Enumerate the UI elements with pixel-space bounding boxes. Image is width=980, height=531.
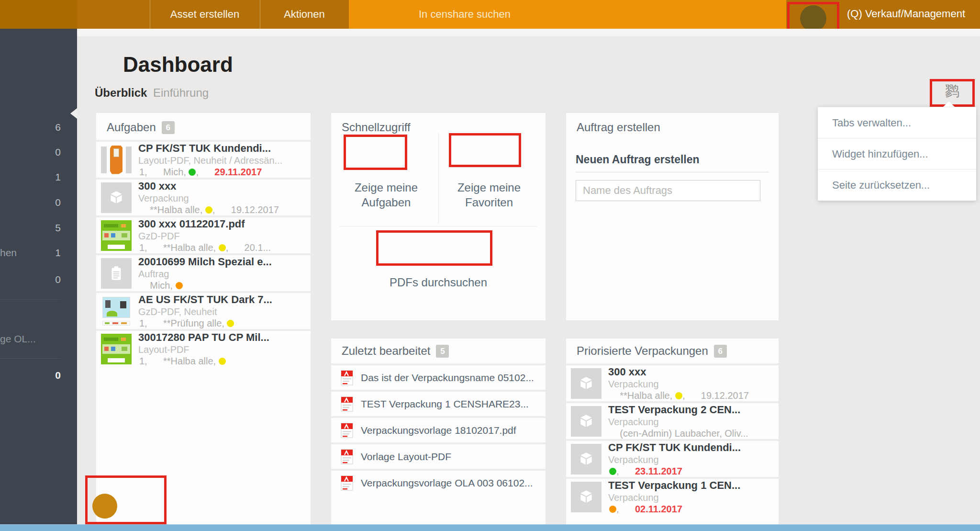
aktionen-menu[interactable]: Aktionen — [260, 0, 349, 29]
recent-item[interactable]: Verpackungsvorlage 18102017.pdf — [331, 416, 546, 442]
package-item[interactable]: TEST Verpackung 2 CEN... Verpackung (cen… — [566, 401, 779, 439]
sidebar-count-bold[interactable]: 0 — [55, 370, 61, 381]
task-item[interactable]: 300 xxx 01122017.pdf GzD-PDF 1, **Halba … — [96, 215, 311, 253]
item-title: 30017280 PAP TU CP Mil... — [138, 331, 269, 344]
item-title: CP FK/ST TUK Kundendi... — [138, 142, 282, 155]
sidebar-item-label[interactable]: hen — [0, 247, 17, 259]
tab-ueberblick[interactable]: Überblick — [95, 86, 147, 100]
task-item[interactable]: 20010699 Milch Spezial e... Auftrag Mich… — [96, 253, 311, 291]
package-item[interactable]: CP FK/ST TUK Kundendi... Verpackung , 23… — [566, 439, 779, 477]
zuletzt-bearbeitet-widget: Zuletzt bearbeitet5 Das ist der Verpacku… — [331, 339, 546, 524]
sidebar-count[interactable]: 0 — [55, 274, 61, 285]
task-item[interactable]: CP FK/ST TUK Kundendi... Layout-PDF, Neu… — [96, 140, 311, 178]
page-title: Dashboard — [123, 53, 233, 77]
widget-title: Aufgaben — [107, 121, 156, 134]
due-date: 19.12.2017 — [701, 390, 749, 401]
pdf-icon — [341, 423, 353, 438]
status-dot-icon — [609, 468, 616, 475]
sidebar-count[interactable]: 0 — [55, 197, 61, 208]
recent-item[interactable]: Vorlage Layout-PDF — [331, 442, 546, 469]
menu-item-seite-zuruecksetzen[interactable]: Seite zurücksetzen... — [818, 169, 976, 200]
tab-einfuehrung[interactable]: Einführung — [153, 86, 209, 100]
due-date: 02.11.2017 — [635, 504, 682, 514]
item-subtitle: Verpackung — [608, 454, 741, 465]
sidebar-count[interactable]: 5 — [55, 222, 61, 234]
item-meta: **Halba alle, , 19.12.2017 — [138, 204, 279, 215]
item-meta: (cen-Admin) Laubacher, Oliv... — [608, 428, 748, 439]
task-item[interactable]: 300 xxx Verpackung **Halba alle, , 19.12… — [96, 178, 311, 215]
neuen-auftrag-heading: Neuen Auftrag erstellen — [576, 153, 769, 172]
sidebar-count[interactable]: 0 — [55, 147, 61, 158]
package-cube-icon — [571, 368, 601, 399]
pdf-icon — [341, 370, 353, 385]
asset-erstellen-menu[interactable]: Asset erstellen — [150, 0, 260, 29]
package-cube-icon — [571, 406, 601, 437]
sidebar-count[interactable]: 6 — [55, 122, 61, 133]
zeige-meine-aufgaben-button[interactable]: Zeige meineAufgaben — [336, 180, 436, 210]
item-subtitle: Layout-PDF — [138, 344, 269, 355]
sidebar-item-label[interactable]: ge OL... — [0, 333, 36, 345]
widget-title: Priorisierte Verpackungen — [577, 344, 708, 357]
zeige-meine-favoriten-button[interactable]: Zeige meineFavoriten — [441, 180, 537, 210]
count-badge: 5 — [436, 345, 449, 358]
settings-dropdown-menu: Tabs verwalten... Widget hinzufügen... S… — [818, 107, 976, 201]
package-cube-icon — [101, 182, 132, 213]
green-layout-thumbnail — [101, 334, 132, 364]
package-item[interactable]: 300 xxx Verpackung **Halba alle, , 19.12… — [566, 363, 779, 401]
status-dot-icon — [176, 282, 183, 289]
status-dot-icon — [189, 169, 196, 176]
global-search-area[interactable] — [349, 0, 786, 29]
menu-item-tabs-verwalten[interactable]: Tabs verwalten... — [818, 107, 976, 138]
bottom-taskbar[interactable] — [0, 524, 980, 531]
status-dot-icon — [675, 392, 682, 399]
item-subtitle: Verpackung — [608, 492, 740, 503]
priorisierte-verpackungen-widget: Priorisierte Verpackungen6 300 xxx Verpa… — [566, 339, 779, 524]
pdf-icon — [341, 475, 353, 491]
pdf-icon — [341, 449, 353, 464]
item-meta: , 02.11.2017 — [608, 503, 740, 515]
recent-item[interactable]: TEST Verpackung 1 CENSHARE23... — [331, 390, 546, 416]
package-item[interactable]: TEST Verpackung 1 CEN... Verpackung , 02… — [566, 477, 779, 515]
task-item[interactable]: 30017280 PAP TU CP Mil... Layout-PDF 1, … — [96, 329, 311, 367]
item-meta: 1, **Halba alle, , 20.1... — [138, 242, 271, 253]
item-title: CP FK/ST TUK Kundendi... — [608, 441, 741, 454]
menu-caret-icon — [943, 102, 955, 107]
annotation-pdfs-durchsuchen-box[interactable] — [376, 230, 492, 266]
item-title: TEST Verpackung 2 CEN... — [608, 404, 748, 416]
item-title: 300 xxx — [138, 180, 279, 192]
item-title: TEST Verpackung 1 CEN... — [608, 479, 740, 492]
annotation-zeige-aufgaben-box[interactable] — [344, 135, 407, 170]
status-dot-icon — [219, 358, 226, 365]
item-subtitle: GzD-PDF — [138, 230, 271, 242]
task-item[interactable]: AE US FK/ST TUK Dark 7... GzD-PDF, Neuhe… — [96, 291, 311, 329]
due-date: 29.11.2017 — [214, 167, 262, 177]
item-meta: 1, **Halba alle, — [138, 355, 269, 367]
status-dot-icon — [227, 320, 234, 327]
package-cube-icon — [571, 482, 601, 512]
item-subtitle: Layout-PDF, Neuheit / Adressän... — [138, 155, 282, 166]
photo-thumbnail — [101, 296, 132, 327]
recent-item[interactable]: Verpackungsvorlage OLA 003 06102... — [331, 469, 546, 495]
due-date: 19.12.2017 — [231, 204, 279, 215]
aufgaben-widget: Aufgaben6 CP FK/ST TUK Kundendi... Layou… — [96, 113, 311, 524]
widget-title: Schnellzugriff — [342, 121, 411, 134]
recent-item[interactable]: Das ist der Verpackungsname 05102... — [331, 363, 546, 390]
logo-block — [0, 0, 77, 29]
user-role-label[interactable]: (Q) Verkauf/Management — [847, 0, 965, 28]
item-meta: 1, Mich, , 29.11.2017 — [138, 166, 282, 178]
status-dot-icon — [219, 244, 226, 251]
sidebar-collapse-arrow-icon[interactable] — [70, 108, 77, 119]
search-input[interactable]: In censhare suchen — [419, 0, 511, 29]
widget-divider — [438, 133, 439, 224]
sidebar-count[interactable]: 1 — [55, 171, 61, 183]
auftrag-name-input[interactable] — [576, 180, 760, 201]
aufgaben-header: Aufgaben6 — [96, 113, 311, 140]
orange-marker-circle[interactable] — [92, 494, 117, 519]
status-dot-icon — [205, 206, 212, 214]
item-meta: 1, **Prüfung alle, — [138, 317, 272, 329]
menu-item-widget-hinzufuegen[interactable]: Widget hinzufügen... — [818, 138, 976, 169]
pdfs-durchsuchen-button[interactable]: PDFs durchsuchen — [331, 275, 546, 290]
annotation-zeige-favoriten-box[interactable] — [449, 133, 521, 167]
sidebar-count[interactable]: 1 — [55, 247, 61, 259]
left-sidebar: 6 0 1 0 5 hen 1 0 ge OL... 0 — [0, 29, 77, 524]
